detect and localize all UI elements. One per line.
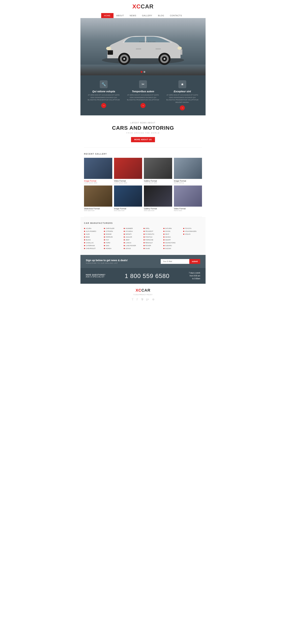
mfr-item[interactable]: TOYOTA	[183, 227, 202, 230]
mfr-item[interactable]: DODGE	[104, 233, 123, 236]
nav-item-contacts[interactable]: CONTACTS	[167, 13, 185, 18]
mfr-item[interactable]: SUZUKI	[163, 247, 182, 250]
hero-dot-1[interactable]	[141, 71, 142, 73]
gallery-sub-7: Duis aute irure	[144, 210, 172, 212]
mfr-label: FERRARI	[106, 236, 113, 238]
mfr-item[interactable]: PONTIAC	[144, 236, 162, 238]
mfr-item[interactable]: HONDA	[104, 247, 123, 250]
mfr-item[interactable]: SATURN	[163, 227, 182, 230]
gallery-item-6[interactable]: Image Format Duis aute irure	[114, 186, 142, 212]
mfr-item[interactable]: SAAB	[144, 247, 162, 250]
header: XCCAR	[80, 0, 206, 12]
svg-rect-15	[156, 48, 161, 49]
github-icon[interactable]: ⊕	[152, 298, 154, 301]
mfr-item[interactable]: AUDI	[84, 233, 103, 236]
mfr-label: JEEP	[125, 239, 130, 241]
mfr-item[interactable]: JEEP	[124, 238, 142, 241]
mfr-item[interactable]: FIAT	[104, 238, 123, 241]
mfr-dot	[144, 228, 145, 229]
mfr-item[interactable]: HYUNDAI	[124, 230, 142, 233]
mfr-label: SEAT	[165, 233, 169, 235]
mfr-item[interactable]: ACURA	[84, 227, 103, 230]
mfr-item[interactable]: ROVER	[144, 244, 162, 247]
mfr-label: ROVER	[145, 245, 151, 246]
mfr-label: SKODA	[165, 236, 171, 238]
gallery-sub-2: Lorem ipsum dolor	[114, 182, 142, 184]
contact-hours: 7 days a week from 8:00 am to 3:00am	[189, 272, 200, 280]
nav-item-home[interactable]: HOME	[101, 13, 113, 18]
hours-1: 7 days a week	[189, 272, 200, 274]
nav-item-about[interactable]: ABOUT	[113, 13, 127, 18]
mfr-item[interactable]: RENAULT	[144, 241, 162, 244]
nav-item-blog[interactable]: BLOG	[155, 13, 167, 18]
mfr-item[interactable]: OPEL	[144, 227, 162, 230]
gallery-item-3[interactable]: Gallery Format Lorem ipsum dolor	[144, 158, 172, 184]
mfr-item[interactable]: SKODA	[163, 236, 182, 238]
mfr-item[interactable]: LAND ROVER	[124, 244, 142, 247]
mfr-item[interactable]: SCION	[163, 230, 182, 233]
feature-title-1: Qui ratione volupta	[86, 90, 122, 93]
email-input[interactable]	[161, 259, 189, 264]
mfr-dot	[124, 248, 125, 249]
mfr-dot	[84, 239, 85, 240]
mfr-item[interactable]: SEAT	[163, 233, 182, 236]
mfr-item[interactable]: CADILLAC	[84, 241, 103, 244]
news-subtitle: LATEST NEWS ABOUT	[84, 122, 202, 124]
gallery-item-4[interactable]: Image Format Nemo enim ip	[174, 158, 202, 184]
mfr-item[interactable]: HUMMER	[124, 227, 142, 230]
mfr-label: HYUNDAI	[125, 230, 133, 232]
more-about-btn[interactable]: MORE ABOUT US	[131, 137, 155, 142]
mfr-item[interactable]: CHEVROLET	[84, 247, 103, 250]
mfr-item[interactable]: LEXUS	[124, 247, 142, 250]
mfr-item[interactable]: BMW	[84, 236, 103, 238]
gallery-item-5[interactable]: Slideshow Format Duis aute irure	[84, 186, 112, 212]
feature-btn-3[interactable]: →	[180, 105, 185, 110]
mfr-item[interactable]: PEUGEOT	[144, 230, 162, 233]
mfr-item[interactable]: FORD	[104, 241, 123, 244]
googleplus-icon[interactable]: g+	[146, 298, 149, 301]
nav-item-news[interactable]: NEWS	[127, 13, 139, 18]
mfr-item[interactable]: PORSCHE	[144, 238, 162, 241]
hero-dot-2[interactable]	[144, 71, 145, 73]
feature-btn-2[interactable]: →	[140, 103, 146, 108]
mfr-item[interactable]: VOLVO	[183, 233, 202, 236]
gallery-item-1[interactable]: Image Format Lorem ipsum dolor	[84, 158, 112, 184]
gallery-sub-1: Lorem ipsum dolor	[84, 182, 112, 184]
mfr-item[interactable]: FERRARI	[104, 236, 123, 238]
gallery-item-2[interactable]: Video Format Lorem ipsum dolor	[114, 158, 142, 184]
gallery-label-6: Image Format	[114, 208, 142, 210]
mfr-item[interactable]: CATERHAM	[84, 244, 103, 247]
gallery-sub-5: Duis aute irure	[84, 210, 112, 212]
mfr-item[interactable]: CITROEN	[104, 230, 123, 233]
mfr-item[interactable]: INFINITI	[124, 233, 142, 236]
mfr-item[interactable]: GMC	[104, 244, 123, 247]
mfr-item[interactable]: VOLKSWAGEN	[183, 230, 202, 233]
gallery-item-7[interactable]: Gallery Format Duis aute irure	[144, 186, 172, 212]
mfr-item[interactable]: CHRYSLER	[104, 227, 123, 230]
feature-body-2: AT VERO EOS ET ACCUSAMUS ET IUSTO ODIO D…	[125, 94, 161, 101]
mfr-item[interactable]: JAGUAR	[124, 236, 142, 238]
feature-icon-2: ✂	[139, 80, 147, 88]
mfr-item[interactable]: BUICK	[84, 238, 103, 241]
signup-section: Sign up below to get news & deals! SUBSC…	[80, 255, 206, 268]
submit-button[interactable]: submit	[189, 259, 200, 264]
mfr-item[interactable]: ALFA ROMEO	[84, 230, 103, 233]
mfr-label: PORSCHE	[145, 239, 153, 241]
pinterest-icon[interactable]: 𝕻	[141, 298, 143, 301]
mfr-dot	[144, 231, 145, 232]
mfr-item[interactable]: LANCIA	[124, 241, 142, 244]
hours-3: to 3:00am	[189, 277, 200, 280]
mfr-dot	[124, 228, 125, 229]
nav-item-gallery[interactable]: GALLERY	[139, 13, 155, 18]
mfr-dot	[163, 245, 164, 246]
mfr-item[interactable]: SUBARU	[163, 244, 182, 247]
twitter-icon[interactable]: 𝕋	[132, 298, 134, 301]
gallery-label-4: Image Format	[174, 180, 202, 182]
phone-number: 1 800 559 6580	[125, 272, 169, 280]
mfr-item[interactable]: SMART	[163, 238, 182, 241]
feature-btn-1[interactable]: →	[101, 103, 106, 108]
gallery-item-8[interactable]: Video Format Nemo enim	[174, 186, 202, 212]
mfr-item[interactable]: PLYMOUTH	[144, 233, 162, 236]
facebook-icon[interactable]: 𝔽	[136, 298, 138, 301]
mfr-item[interactable]: SSANGYONG	[163, 241, 182, 244]
